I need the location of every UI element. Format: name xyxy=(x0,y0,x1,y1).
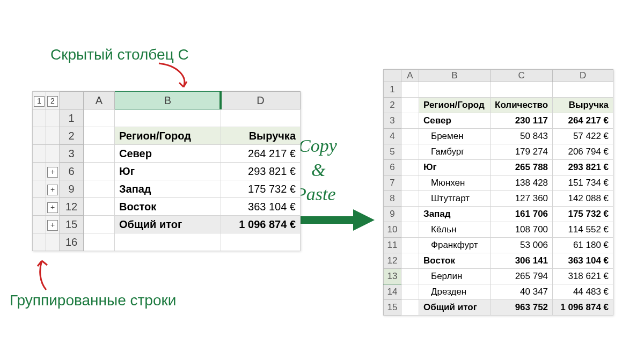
cell[interactable]: Север xyxy=(115,145,221,163)
cell[interactable]: 175 732 € xyxy=(553,207,613,222)
row-header[interactable]: 2 xyxy=(384,98,401,113)
cell[interactable]: Бремен xyxy=(419,129,491,144)
row-header[interactable]: 14 xyxy=(384,284,401,300)
row-header[interactable]: 4 xyxy=(384,129,401,144)
cell[interactable]: 50 843 xyxy=(491,129,553,144)
row-header[interactable]: 1 xyxy=(384,82,401,98)
row-header[interactable]: 1 xyxy=(60,109,84,127)
row-header[interactable]: 16 xyxy=(60,233,84,251)
row-header[interactable]: 6 xyxy=(60,163,84,180)
col-header[interactable]: B xyxy=(419,70,491,82)
row-header[interactable]: 15 xyxy=(384,300,401,316)
cell[interactable]: 264 217 € xyxy=(221,145,301,163)
total-label[interactable]: Общий итог xyxy=(115,216,221,233)
cell[interactable]: 151 734 € xyxy=(553,175,613,191)
outline-level-1[interactable]: 1 xyxy=(33,92,46,109)
cell[interactable]: 230 117 xyxy=(491,113,553,129)
cell[interactable]: 40 347 xyxy=(491,284,553,300)
cell[interactable] xyxy=(401,238,419,253)
cell[interactable] xyxy=(419,82,491,98)
cell[interactable] xyxy=(401,113,419,129)
row-header[interactable]: 15 xyxy=(60,216,84,233)
col-header-A[interactable]: A xyxy=(84,92,115,109)
cell[interactable] xyxy=(401,269,419,284)
cell[interactable]: Регион/Город xyxy=(419,98,491,113)
total-value[interactable]: 1 096 874 € xyxy=(221,216,301,233)
left-grid[interactable]: 1 2 A B D 1 2 Регион/Город Выручка 3 Сев… xyxy=(32,91,301,251)
expand-button[interactable]: + xyxy=(46,216,60,233)
cell[interactable]: 44 483 € xyxy=(553,284,613,300)
cell[interactable] xyxy=(553,82,613,98)
row-header[interactable]: 9 xyxy=(384,207,401,222)
col-header-B-selected[interactable]: B xyxy=(115,92,221,109)
row-header[interactable]: 6 xyxy=(384,160,401,175)
row-header[interactable]: 5 xyxy=(384,144,401,160)
cell[interactable]: 363 104 € xyxy=(553,253,613,269)
cell[interactable]: 206 794 € xyxy=(553,144,613,160)
cell[interactable]: Запад xyxy=(419,207,491,222)
row-header[interactable]: 3 xyxy=(60,145,84,163)
col-header-D[interactable]: D xyxy=(221,92,301,109)
cell[interactable]: 127 360 xyxy=(491,191,553,207)
select-all-corner[interactable] xyxy=(60,92,84,109)
cell[interactable] xyxy=(401,207,419,222)
cell[interactable]: 138 428 xyxy=(491,175,553,191)
row-header[interactable]: 10 xyxy=(384,222,401,238)
cell[interactable]: 61 180 € xyxy=(553,238,613,253)
cell[interactable]: Количество xyxy=(491,98,553,113)
select-all-corner[interactable] xyxy=(384,70,401,82)
cell[interactable]: Штутгарт xyxy=(419,191,491,207)
cell[interactable]: 142 088 € xyxy=(553,191,613,207)
cell[interactable] xyxy=(401,300,419,316)
cell[interactable]: 179 274 xyxy=(491,144,553,160)
cell[interactable]: Юг xyxy=(115,163,221,180)
cell[interactable] xyxy=(401,160,419,175)
row-header[interactable]: 8 xyxy=(384,191,401,207)
col-header[interactable]: D xyxy=(553,70,613,82)
row-header[interactable]: 9 xyxy=(60,180,84,198)
row-header[interactable]: 3 xyxy=(384,113,401,129)
cell[interactable] xyxy=(401,144,419,160)
cell[interactable]: Восток xyxy=(115,198,221,216)
cell[interactable]: Восток xyxy=(419,253,491,269)
cell[interactable]: Юг xyxy=(419,160,491,175)
col-header[interactable]: C xyxy=(491,70,553,82)
cell[interactable]: Общий итог xyxy=(419,300,491,316)
cell[interactable] xyxy=(401,284,419,300)
cell[interactable]: 161 706 xyxy=(491,207,553,222)
cell[interactable]: 264 217 € xyxy=(553,113,613,129)
row-header[interactable]: 2 xyxy=(60,127,84,145)
cell[interactable]: 265 794 xyxy=(491,269,553,284)
cell[interactable]: 293 821 € xyxy=(553,160,613,175)
col-header[interactable]: A xyxy=(401,70,419,82)
row-header[interactable]: 13 xyxy=(384,269,401,284)
cell[interactable] xyxy=(401,222,419,238)
row-header[interactable]: 12 xyxy=(384,253,401,269)
header-revenue[interactable]: Выручка xyxy=(221,127,301,145)
cell[interactable]: Кёльн xyxy=(419,222,491,238)
cell[interactable] xyxy=(401,82,419,98)
cell[interactable]: Выручка xyxy=(553,98,613,113)
cell[interactable]: 963 752 xyxy=(491,300,553,316)
cell[interactable] xyxy=(401,253,419,269)
cell[interactable] xyxy=(491,82,553,98)
cell[interactable]: 114 552 € xyxy=(553,222,613,238)
header-region[interactable]: Регион/Город xyxy=(115,127,221,145)
cell[interactable]: 293 821 € xyxy=(221,163,301,180)
right-grid[interactable]: A B C D 12Регион/ГородКоличествоВыручка3… xyxy=(383,69,613,316)
expand-button[interactable]: + xyxy=(46,163,60,180)
cell[interactable]: Дрезден xyxy=(419,284,491,300)
cell[interactable] xyxy=(401,98,419,113)
cell[interactable]: 363 104 € xyxy=(221,198,301,216)
row-header[interactable]: 11 xyxy=(384,238,401,253)
cell[interactable]: 306 141 xyxy=(491,253,553,269)
cell[interactable]: 318 621 € xyxy=(553,269,613,284)
row-header[interactable]: 12 xyxy=(60,198,84,216)
cell[interactable]: 1 096 874 € xyxy=(553,300,613,316)
cell[interactable]: Север xyxy=(419,113,491,129)
cell[interactable]: 175 732 € xyxy=(221,180,301,198)
row-header[interactable]: 7 xyxy=(384,175,401,191)
cell[interactable] xyxy=(401,129,419,144)
cell[interactable]: Берлин xyxy=(419,269,491,284)
expand-button[interactable]: + xyxy=(46,180,60,198)
